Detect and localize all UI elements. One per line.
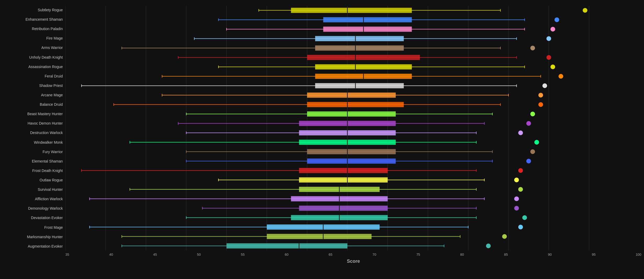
y-label: Unholy Death Knight <box>3 55 63 59</box>
x-tick: 95 <box>592 253 595 256</box>
outlier-dot <box>538 93 543 98</box>
y-label: Fire Mage <box>3 36 63 40</box>
iqr-box <box>307 55 420 60</box>
outlier-dot <box>530 112 535 116</box>
y-label: Frost Death Knight <box>3 169 63 172</box>
outlier-dot <box>543 83 547 88</box>
iqr-box <box>307 149 396 154</box>
x-tick: 75 <box>416 253 420 256</box>
chart-container: Subtlety RogueEnhancement ShamanRetribut… <box>0 0 644 279</box>
x-tick: 35 <box>65 253 69 256</box>
y-label: Arms Warrior <box>3 46 63 49</box>
iqr-box <box>315 46 404 51</box>
y-label: Feral Druid <box>3 74 63 78</box>
outlier-dot <box>526 159 531 164</box>
outlier-dot <box>518 225 523 230</box>
x-tick: 55 <box>241 253 245 256</box>
outlier-dot <box>502 234 507 239</box>
outlier-dot <box>518 131 523 135</box>
outlier-dot <box>538 102 543 107</box>
iqr-box <box>323 17 412 23</box>
y-label: Subtlety Rogue <box>3 8 63 12</box>
x-tick: 100 <box>636 253 641 256</box>
y-label: Retribution Paladin <box>3 27 63 31</box>
x-tick: 60 <box>285 253 289 256</box>
y-label: Destruction Warlock <box>3 131 63 135</box>
outlier-dot <box>518 187 523 192</box>
iqr-box <box>307 159 396 164</box>
iqr-box <box>291 8 412 13</box>
y-label: Demonology Warlock <box>3 207 63 210</box>
y-label: Affliction Warlock <box>3 197 63 201</box>
outlier-dot <box>546 36 551 41</box>
iqr-box <box>299 206 388 211</box>
y-label: Windwalker Monk <box>3 141 63 144</box>
x-tick: 85 <box>504 253 508 256</box>
outlier-dot <box>522 215 527 220</box>
outlier-dot <box>518 168 523 173</box>
x-tick: 65 <box>329 253 332 256</box>
y-label: Shadow Priest <box>3 84 63 87</box>
y-label: Fury Warrior <box>3 150 63 154</box>
iqr-box <box>227 243 347 249</box>
outlier-dot <box>550 27 555 32</box>
iqr-box <box>307 111 396 117</box>
y-label: Augmentation Evoker <box>3 244 63 248</box>
outlier-dot <box>514 178 519 182</box>
iqr-box <box>323 27 412 32</box>
chart-area: Subtlety RogueEnhancement ShamanRetribut… <box>3 5 641 251</box>
x-tick: 90 <box>548 253 552 256</box>
y-label: Devastation Evoker <box>3 216 63 220</box>
y-label: Arcane Mage <box>3 93 63 97</box>
y-labels: Subtlety RogueEnhancement ShamanRetribut… <box>3 5 65 251</box>
x-tick: 50 <box>197 253 201 256</box>
chart-svg <box>65 5 641 251</box>
outlier-dot <box>558 74 563 79</box>
outlier-dot <box>486 244 491 248</box>
outlier-dot <box>534 140 539 145</box>
iqr-box <box>307 93 396 98</box>
iqr-box <box>267 234 371 239</box>
outlier-dot <box>530 149 535 154</box>
y-label: Survival Hunter <box>3 188 63 191</box>
x-tick: 40 <box>109 253 113 256</box>
y-label: Enhancement Shaman <box>3 18 63 21</box>
x-ticks: 35404550556065707580859095100 <box>65 251 641 256</box>
y-label: Frost Mage <box>3 226 63 229</box>
iqr-box <box>299 177 388 183</box>
iqr-box <box>299 168 388 173</box>
outlier-dot <box>555 18 559 22</box>
outlier-dot <box>583 8 587 13</box>
y-label: Balance Druid <box>3 103 63 106</box>
x-tick: 80 <box>460 253 464 256</box>
y-label: Beast Mastery Hunter <box>3 112 63 116</box>
x-tick: 70 <box>372 253 376 256</box>
outlier-dot <box>514 206 519 211</box>
outlier-dot <box>546 55 551 60</box>
x-tick: 45 <box>153 253 157 256</box>
y-label: Assassination Rogue <box>3 65 63 69</box>
plot-area <box>65 5 641 251</box>
iqr-box <box>307 102 404 107</box>
y-label: Marksmanship Hunter <box>3 235 63 239</box>
iqr-box <box>315 64 412 70</box>
y-label: Outlaw Rogue <box>3 178 63 182</box>
y-label: Elemental Shaman <box>3 159 63 163</box>
y-label: Havoc Demon Hunter <box>3 121 63 125</box>
outlier-dot <box>550 65 555 69</box>
outlier-dot <box>526 121 531 126</box>
outlier-dot <box>530 46 535 51</box>
iqr-box <box>315 36 404 41</box>
outlier-dot <box>514 197 519 201</box>
iqr-box <box>315 83 404 88</box>
x-axis-label: Score <box>65 259 641 264</box>
